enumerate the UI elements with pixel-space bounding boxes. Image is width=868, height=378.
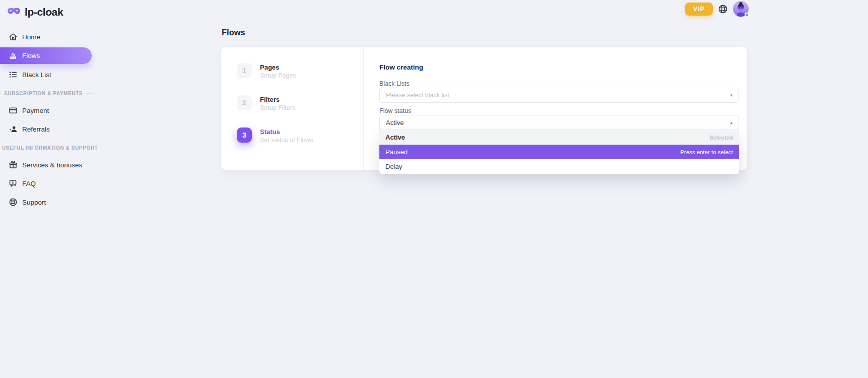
avatar[interactable] xyxy=(733,1,749,17)
mask-icon xyxy=(7,7,21,17)
option-label: Delay xyxy=(385,163,402,170)
step-filters[interactable]: 2 Filters Setup Filters xyxy=(237,95,363,111)
option-label: Paused xyxy=(385,148,408,156)
sidebar-item-label: Referrals xyxy=(22,125,50,133)
form-title: Flow creating xyxy=(379,64,739,72)
black-lists-label: Black Lists xyxy=(379,80,739,88)
sidebar-item-black-list[interactable]: Black List xyxy=(0,67,101,82)
black-lists-select[interactable]: Please select black list ▾ xyxy=(379,88,739,103)
chevron-down-icon: ▾ xyxy=(730,93,732,98)
flow-status-label: Flow status xyxy=(379,107,739,115)
option-delay[interactable]: Delay xyxy=(379,159,739,174)
brand-logo[interactable]: lp-cloak xyxy=(0,0,101,19)
sidebar-item-label: Services & bonuses xyxy=(22,161,82,169)
sidebar-section-subscription: SUBSCRIPTION & PAYMENTS xyxy=(0,90,101,97)
option-label: Active xyxy=(385,134,405,141)
list-icon xyxy=(8,70,18,80)
sidebar: lp-cloak Home xyxy=(0,0,101,213)
option-hint: Selected xyxy=(709,135,733,141)
faq-icon: ?! xyxy=(8,179,18,188)
flow-status-select[interactable]: Active ▴ xyxy=(379,115,739,130)
black-lists-placeholder: Please select black list xyxy=(386,92,449,99)
referrals-icon xyxy=(8,124,18,134)
svg-text:?!: ?! xyxy=(11,181,14,184)
step-title: Pages xyxy=(260,63,296,71)
sidebar-item-label: Flows xyxy=(22,52,40,59)
step-subtitle: Set status of Flows xyxy=(260,137,313,144)
step-status[interactable]: 3 Status Set status of Flows xyxy=(237,128,363,144)
vip-button[interactable]: VIP xyxy=(685,3,713,16)
step-subtitle: Setup Filters xyxy=(260,105,295,111)
chevron-up-icon: ▴ xyxy=(730,120,732,125)
step-subtitle: Setup Pages xyxy=(260,73,296,79)
sidebar-item-referrals[interactable]: Referrals xyxy=(0,121,101,137)
sidebar-item-label: Payment xyxy=(22,107,49,114)
sidebar-item-flows[interactable]: Flows xyxy=(0,47,92,64)
sidebar-item-label: Black List xyxy=(22,71,51,79)
sidebar-item-services[interactable]: Services & bonuses xyxy=(0,157,101,172)
home-icon xyxy=(8,32,18,42)
flow-creating-form: Flow creating Black Lists Please select … xyxy=(364,47,747,170)
step-number-badge: 1 xyxy=(237,63,252,78)
stepper: 1 Pages Setup Pages 2 Filters Setup Filt… xyxy=(221,47,364,170)
sidebar-item-faq[interactable]: ?! FAQ xyxy=(0,176,101,191)
flow-card: 1 Pages Setup Pages 2 Filters Setup Filt… xyxy=(221,47,747,170)
support-icon xyxy=(8,198,18,207)
sidebar-item-label: Support xyxy=(22,199,46,206)
topbar-cluster: VIP xyxy=(685,1,749,17)
sidebar-item-payment[interactable]: Payment xyxy=(0,103,101,118)
option-paused[interactable]: Paused Press enter to select xyxy=(379,145,739,159)
flows-icon xyxy=(8,51,18,60)
sidebar-section-support: USEFUL INFORMATION & SUPPORT xyxy=(0,144,101,151)
credit-card-icon xyxy=(8,106,18,115)
online-status-dot xyxy=(745,13,749,17)
page-title: Flows xyxy=(222,28,245,37)
brand-name: lp-cloak xyxy=(25,6,63,18)
step-title: Filters xyxy=(260,95,295,103)
flow-status-value: Active xyxy=(386,119,404,127)
gift-icon xyxy=(8,160,18,170)
step-number-badge: 3 xyxy=(237,128,252,143)
globe-icon[interactable] xyxy=(718,4,728,14)
option-active[interactable]: Active Selected xyxy=(379,130,739,145)
sidebar-nav: Home Flows Black xyxy=(0,29,101,210)
flow-status-dropdown: Active Selected Paused Press enter to se… xyxy=(379,130,739,174)
step-number-badge: 2 xyxy=(237,95,252,110)
sidebar-item-label: FAQ xyxy=(22,180,36,187)
step-title: Status xyxy=(260,128,313,135)
sidebar-item-home[interactable]: Home xyxy=(0,29,101,44)
step-pages[interactable]: 1 Pages Setup Pages xyxy=(237,63,363,79)
sidebar-item-support[interactable]: Support xyxy=(0,195,101,210)
sidebar-item-label: Home xyxy=(22,33,40,41)
option-hint: Press enter to select xyxy=(681,149,733,155)
